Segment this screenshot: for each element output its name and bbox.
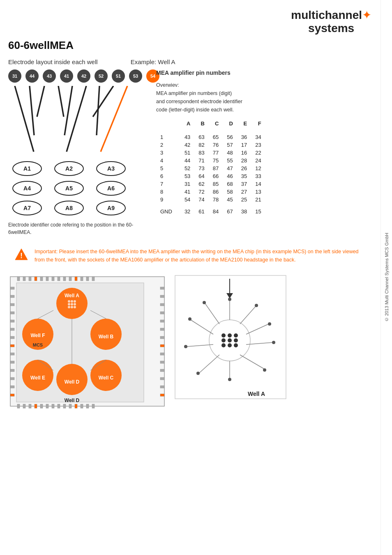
svg-line-7 bbox=[93, 86, 113, 117]
svg-rect-15 bbox=[35, 277, 37, 281]
well-a-detail: Well A bbox=[174, 275, 293, 410]
svg-rect-13 bbox=[23, 277, 25, 281]
logo-multi: multi bbox=[291, 9, 318, 21]
table-row: 1436365563634 bbox=[156, 133, 265, 141]
svg-rect-36 bbox=[75, 404, 77, 408]
svg-text:Well A: Well A bbox=[248, 391, 265, 397]
svg-rect-42 bbox=[10, 303, 14, 306]
table-row: 9547478452521 bbox=[156, 196, 265, 204]
svg-rect-34 bbox=[63, 404, 66, 408]
amp-section: MEA amplifier pin numbers Overwiev: MEA … bbox=[156, 69, 371, 215]
logo-area: multichannel✦ systems bbox=[8, 8, 371, 35]
svg-text:!: ! bbox=[20, 252, 23, 260]
overview-text: Overwiev: MEA amplifier pin numbers (dig… bbox=[156, 81, 371, 114]
svg-rect-64 bbox=[160, 369, 164, 372]
logo-channel: channel bbox=[318, 9, 362, 21]
pin-42: 42 bbox=[77, 69, 90, 83]
col-header-D: D bbox=[223, 120, 237, 130]
svg-point-73 bbox=[74, 300, 76, 303]
svg-rect-39 bbox=[92, 404, 95, 408]
col-header-F: F bbox=[251, 120, 265, 130]
svg-point-75 bbox=[71, 303, 73, 305]
svg-text:Well A: Well A bbox=[65, 293, 79, 298]
svg-point-119 bbox=[184, 345, 187, 348]
svg-point-120 bbox=[188, 317, 191, 321]
svg-rect-65 bbox=[160, 377, 164, 380]
svg-point-71 bbox=[68, 300, 70, 303]
svg-rect-58 bbox=[160, 320, 164, 322]
pin-31: 31 bbox=[8, 69, 21, 83]
table-row: 6536466463533 bbox=[156, 172, 265, 180]
electrode-A5: A5 bbox=[54, 181, 84, 196]
logo-systems: systems bbox=[291, 22, 371, 35]
svg-rect-16 bbox=[40, 277, 43, 281]
svg-text:MCS: MCS bbox=[33, 342, 43, 347]
svg-point-123 bbox=[228, 333, 232, 338]
well-a-svg: Well A bbox=[174, 275, 291, 410]
table-row: 3518377481622 bbox=[156, 149, 265, 157]
svg-rect-43 bbox=[10, 312, 14, 314]
overview-body: MEA amplifier pin numbers (digit)and cor… bbox=[156, 90, 242, 113]
pin-53: 53 bbox=[129, 69, 142, 83]
svg-point-127 bbox=[234, 338, 238, 342]
svg-rect-59 bbox=[160, 328, 164, 331]
electrode-grid: A1 A2 A3 A4 A5 A6 A7 A8 A9 bbox=[12, 161, 148, 215]
svg-rect-28 bbox=[29, 404, 31, 408]
electrode-A2: A2 bbox=[54, 161, 84, 176]
electrode-A7: A7 bbox=[12, 201, 42, 215]
svg-rect-30 bbox=[40, 404, 43, 408]
electrode-A6: A6 bbox=[96, 181, 126, 196]
svg-point-121 bbox=[203, 301, 206, 304]
svg-line-8 bbox=[101, 86, 127, 152]
svg-rect-38 bbox=[86, 404, 89, 408]
electrode-A4: A4 bbox=[12, 181, 42, 196]
svg-rect-62 bbox=[160, 353, 164, 355]
svg-rect-20 bbox=[63, 277, 66, 281]
svg-line-4 bbox=[65, 86, 72, 135]
overview-label: Overwiev: bbox=[156, 82, 179, 88]
svg-text:Well E: Well E bbox=[30, 375, 45, 381]
subtitle-row: Electrode layout inside each well Exampl… bbox=[8, 58, 371, 65]
table-row: 4447175552824 bbox=[156, 157, 265, 164]
svg-point-112 bbox=[228, 298, 231, 301]
svg-rect-12 bbox=[17, 277, 20, 281]
mea-chip-svg: Well A Well B Well C bbox=[8, 275, 168, 410]
svg-text:Well B: Well B bbox=[99, 334, 114, 340]
svg-rect-25 bbox=[92, 277, 95, 281]
subtitle-left: Electrode layout inside each well bbox=[8, 58, 98, 65]
svg-rect-22 bbox=[75, 277, 77, 281]
table-header-row: A B C D E F bbox=[156, 120, 265, 130]
svg-line-1 bbox=[30, 86, 34, 135]
svg-point-117 bbox=[228, 378, 231, 381]
svg-point-77 bbox=[68, 306, 70, 308]
col-header-row bbox=[156, 120, 180, 130]
svg-point-79 bbox=[74, 306, 76, 308]
svg-point-130 bbox=[234, 343, 238, 347]
svg-point-72 bbox=[71, 300, 73, 303]
svg-rect-14 bbox=[29, 277, 31, 281]
svg-point-122 bbox=[221, 333, 226, 338]
svg-rect-55 bbox=[160, 295, 164, 298]
table-row: 2428276571723 bbox=[156, 141, 265, 149]
col-header-E: E bbox=[237, 120, 251, 130]
svg-text:Well D: Well D bbox=[65, 398, 80, 403]
notice-text: Important: Please insert the 60-6wellMEA… bbox=[35, 247, 366, 264]
svg-text:Well C: Well C bbox=[99, 375, 114, 381]
col-header-B: B bbox=[194, 120, 208, 130]
svg-rect-60 bbox=[160, 336, 164, 339]
svg-rect-18 bbox=[52, 277, 54, 281]
svg-rect-50 bbox=[10, 369, 14, 372]
svg-rect-37 bbox=[81, 404, 83, 408]
electrode-A8: A8 bbox=[54, 201, 84, 215]
pin-41: 41 bbox=[60, 69, 73, 83]
electrode-note: Electrode identifier code refering to th… bbox=[8, 221, 148, 236]
pin-51: 51 bbox=[112, 69, 125, 83]
col-header-C: C bbox=[209, 120, 223, 130]
pin-43: 43 bbox=[43, 69, 56, 83]
svg-rect-33 bbox=[58, 404, 60, 408]
pin-44: 44 bbox=[25, 69, 39, 83]
svg-rect-45 bbox=[10, 328, 14, 331]
table-gnd-row: GND326184673815 bbox=[156, 208, 265, 215]
amp-title: MEA amplifier pin numbers bbox=[156, 69, 371, 76]
svg-rect-54 bbox=[160, 287, 164, 289]
